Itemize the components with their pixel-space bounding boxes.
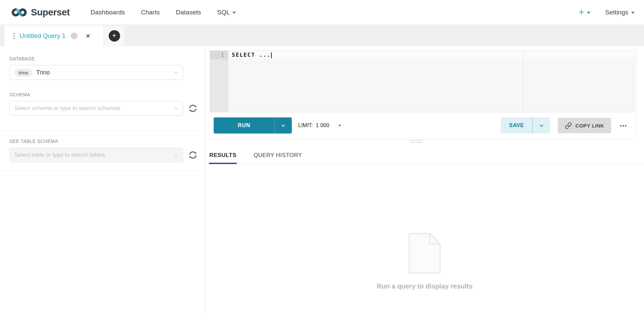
caret-down-icon bbox=[587, 12, 590, 14]
active-tab-underline bbox=[209, 163, 237, 164]
main-menu: Dashboards Charts Datasets SQL bbox=[83, 9, 244, 16]
sql-editor[interactable]: 1 SELECT ... bbox=[210, 50, 635, 112]
tab-results-label: RESULTS bbox=[209, 152, 236, 159]
nav-datasets[interactable]: Datasets bbox=[168, 9, 209, 16]
limit-label: LIMIT: bbox=[298, 122, 313, 128]
navbar-right: + Settings bbox=[579, 8, 635, 17]
tab-query-history-label: QUERY HISTORY bbox=[254, 152, 302, 159]
caret-down-icon bbox=[631, 12, 635, 14]
editor-gutter: 1 bbox=[210, 51, 228, 112]
database-select[interactable]: trino Trino bbox=[9, 65, 183, 80]
database-select-value: Trino bbox=[36, 69, 50, 76]
nav-datasets-label: Datasets bbox=[176, 9, 201, 16]
caret-down-icon bbox=[232, 12, 236, 14]
tab-results[interactable]: RESULTS bbox=[209, 147, 237, 164]
schema-select-placeholder: Select schema or type to search schemas bbox=[14, 105, 120, 112]
nav-dashboards-label: Dashboards bbox=[91, 9, 125, 16]
schema-select[interactable]: Select schema or type to search schemas bbox=[9, 101, 183, 116]
new-item-dropdown[interactable]: + bbox=[579, 8, 591, 17]
run-split-button[interactable]: RUN bbox=[214, 117, 292, 134]
copy-link-label: COPY LINK bbox=[576, 123, 604, 128]
chevron-down-icon bbox=[538, 122, 545, 129]
nav-sql[interactable]: SQL bbox=[209, 9, 244, 16]
navbar: Superset Dashboards Charts Datasets SQL … bbox=[0, 0, 644, 24]
resize-drag-handle[interactable] bbox=[410, 140, 423, 144]
run-options-button[interactable] bbox=[275, 117, 292, 134]
sidebar-divider bbox=[0, 130, 199, 131]
more-actions-button[interactable]: ••• bbox=[616, 123, 631, 128]
save-options-button[interactable] bbox=[533, 117, 550, 134]
chevron-down-icon bbox=[173, 70, 179, 77]
caret-down-icon bbox=[338, 125, 341, 126]
sqllab-left-panel: DATABASE trino Trino SCHEMA Select schem… bbox=[0, 46, 205, 313]
empty-state-message: Run a query to display results bbox=[377, 282, 473, 290]
tab-query-history[interactable]: QUERY HISTORY bbox=[254, 147, 302, 164]
line-number: 1 bbox=[210, 51, 228, 59]
superset-infinity-icon bbox=[11, 8, 28, 17]
refresh-icon bbox=[188, 150, 198, 160]
pane-divider bbox=[205, 139, 636, 140]
sqllab-main-pane: 1 SELECT ... RUN LIMIT: 1 000 SAVE bbox=[205, 46, 644, 313]
refresh-tables-button[interactable] bbox=[187, 149, 199, 161]
copy-link-button[interactable]: COPY LINK bbox=[558, 118, 611, 133]
schema-label: SCHEMA bbox=[9, 92, 205, 97]
results-tab-bar: RESULTS QUERY HISTORY bbox=[205, 147, 644, 164]
chevron-down-icon bbox=[173, 153, 179, 159]
nav-charts[interactable]: Charts bbox=[133, 9, 168, 16]
database-label: DATABASE bbox=[9, 56, 205, 61]
table-select-placeholder: Select table or type to search tables bbox=[14, 152, 105, 158]
table-select[interactable]: Select table or type to search tables bbox=[9, 148, 183, 162]
results-empty-state: Run a query to display results bbox=[205, 164, 644, 313]
editor-toolbar: RUN LIMIT: 1 000 SAVE COPY LINK ••• bbox=[214, 117, 631, 134]
editor-code-area[interactable]: SELECT ... bbox=[228, 51, 635, 112]
tab-title: Untitled Query 1 bbox=[19, 32, 65, 40]
link-icon bbox=[565, 122, 572, 129]
database-backend-pill: trino bbox=[14, 68, 32, 77]
plus-icon: + bbox=[579, 8, 584, 17]
run-button[interactable]: RUN bbox=[214, 117, 275, 134]
query-tab-strip: Untitled Query 1 ✕ + bbox=[0, 24, 644, 46]
tab-kebab-menu-icon[interactable] bbox=[13, 33, 15, 39]
sidebar-divider bbox=[0, 170, 199, 170]
pane-right-border bbox=[636, 46, 637, 139]
text-cursor bbox=[271, 52, 272, 58]
save-button[interactable]: SAVE bbox=[501, 117, 533, 134]
chevron-down-icon bbox=[280, 122, 286, 129]
nav-dashboards[interactable]: Dashboards bbox=[83, 9, 133, 16]
refresh-icon bbox=[188, 104, 198, 113]
settings-menu[interactable]: Settings bbox=[605, 9, 635, 16]
limit-value: 1 000 bbox=[316, 122, 329, 128]
refresh-schemas-button[interactable] bbox=[187, 103, 199, 114]
settings-label: Settings bbox=[605, 9, 628, 16]
brand-name: Superset bbox=[31, 7, 70, 18]
nav-sql-label: SQL bbox=[217, 9, 230, 16]
nav-charts-label: Charts bbox=[141, 9, 160, 16]
close-tab-icon[interactable]: ✕ bbox=[86, 33, 90, 40]
empty-document-icon bbox=[409, 233, 441, 274]
chevron-down-icon bbox=[173, 106, 179, 113]
plus-circle-icon: + bbox=[109, 30, 120, 42]
table-schema-label: SEE TABLE SCHEMA bbox=[9, 139, 205, 144]
superset-logo[interactable]: Superset bbox=[11, 7, 70, 18]
tab-untitled-query[interactable]: Untitled Query 1 ✕ bbox=[5, 26, 103, 46]
limit-dropdown[interactable]: LIMIT: 1 000 bbox=[298, 122, 341, 128]
new-query-tab-button[interactable]: + bbox=[104, 26, 124, 46]
save-split-button[interactable]: SAVE bbox=[501, 117, 550, 134]
query-status-dot bbox=[71, 33, 77, 39]
print-margin-line bbox=[523, 51, 523, 112]
sql-code-text: SELECT ... bbox=[232, 52, 271, 58]
